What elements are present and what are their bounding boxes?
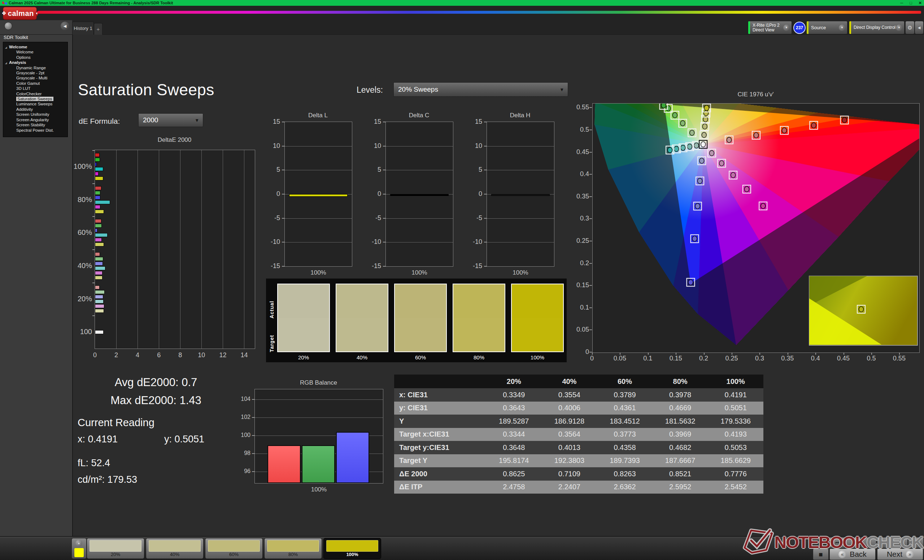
- palette-expand-button[interactable]: ▲: [72, 538, 87, 559]
- table-row-label: Target y:CIE31: [394, 443, 486, 452]
- sidebar-item-saturation-sweeps[interactable]: Saturation Sweeps: [3, 96, 68, 101]
- sidebar-item-screen-angularity[interactable]: Screen Angularity: [3, 117, 68, 122]
- meter-status-bar: [748, 21, 750, 34]
- de-formula-label: dE Formula:: [79, 117, 120, 126]
- axis-tick: [252, 435, 255, 436]
- sidebar-item-luminance-sweeps[interactable]: Luminance Sweeps: [3, 101, 68, 106]
- sidebar-item-grayscale-2pt[interactable]: Grayscale - 2pt: [3, 70, 68, 75]
- measured-dot: [690, 130, 694, 136]
- sidebar-item-colorchecker[interactable]: ColorChecker: [3, 91, 68, 96]
- rgb-balance-title: RGB Balance: [255, 379, 382, 386]
- sidebar-item-label: Screen Stability: [16, 123, 45, 127]
- gridline: [386, 170, 453, 170]
- x-tick-label: 0.2: [697, 355, 711, 362]
- table-row-label: Y: [394, 417, 486, 425]
- sidebar-collapse-button[interactable]: ◀: [61, 22, 69, 30]
- panel-collapse-button[interactable]: ◀: [915, 21, 924, 34]
- table-cell: 0.8263: [597, 470, 652, 478]
- reading-y: y: 0.5051: [164, 434, 204, 445]
- axis-tick: [815, 352, 816, 355]
- sidebar-item-welcome[interactable]: ◢Welcome: [3, 44, 68, 49]
- measured-dot: [812, 123, 816, 128]
- gridline: [487, 146, 554, 147]
- deltae-group-label: 80%: [70, 196, 92, 204]
- calman-menu-button[interactable]: ❖ calman ▼: [3, 7, 37, 20]
- sidebar-item-dynamic-range[interactable]: Dynamic Range: [3, 65, 68, 70]
- axis-tick: [590, 196, 592, 197]
- maximize-button[interactable]: □: [910, 1, 912, 5]
- tab-history-1[interactable]: History 1: [72, 22, 94, 34]
- measured-dot: [727, 137, 732, 142]
- measured-dot: [761, 203, 765, 208]
- sidebar-item-analysis[interactable]: ◢Analysis: [3, 60, 68, 65]
- sidebar-item-options[interactable]: Options: [3, 55, 68, 60]
- deltae-bar: [95, 309, 104, 313]
- pattern-button-60%[interactable]: 60%: [205, 538, 263, 559]
- stop-button[interactable]: ◼: [813, 548, 829, 560]
- media-button-2[interactable]: ▶: [861, 537, 876, 548]
- avg-de2000: Avg dE2000: 0.7: [73, 376, 239, 389]
- gear-icon: ⚙: [908, 24, 912, 31]
- de-formula-dropdown[interactable]: 2000 ▼: [138, 113, 203, 127]
- meter-dropdown-label: X-Rite i1Pro 2Direct View: [753, 23, 780, 33]
- sidebar-item-spectral-power-dist-[interactable]: Spectral Power Dist.: [3, 128, 68, 133]
- pattern-button-100%[interactable]: 100%: [323, 538, 381, 559]
- settings-button[interactable]: ⚙: [905, 21, 915, 34]
- pattern-button-20%[interactable]: 20%: [87, 538, 144, 559]
- y-tick-label: 15: [366, 118, 381, 126]
- pattern-button-40%[interactable]: 40%: [146, 538, 204, 559]
- table-cell: 2.5452: [708, 483, 764, 491]
- pattern-chip: [149, 540, 201, 552]
- sidebar-item-additivity[interactable]: Additivity: [3, 107, 68, 112]
- source-dropdown[interactable]: Source ▼: [806, 21, 848, 34]
- table-header-row: 20%40%60%80%100%: [394, 374, 764, 388]
- gridline: [244, 150, 244, 349]
- tab-add-button[interactable]: +: [94, 23, 102, 34]
- levels-dropdown[interactable]: 20% Sweeps ▼: [393, 82, 568, 97]
- x-tick-label: 14: [238, 352, 249, 359]
- x-tick-label: 2: [111, 352, 122, 359]
- cie-title: CIE 1976 u'v': [592, 91, 919, 98]
- table-cell: 0.5053: [708, 443, 764, 452]
- sidebar-item-screen-uniformity[interactable]: Screen Uniformity: [3, 112, 68, 117]
- sidebar-item-color-gamut[interactable]: Color Gamut: [3, 81, 68, 86]
- close-button[interactable]: ✕: [919, 1, 922, 5]
- y-tick-label: 10: [265, 142, 280, 150]
- deltae-bar: [95, 257, 103, 261]
- gridline: [285, 146, 352, 147]
- next-button[interactable]: Next »: [877, 548, 923, 560]
- media-button-3[interactable]: ⏭: [877, 537, 892, 548]
- x-tick-label: 0.4: [808, 355, 823, 362]
- display-control-dropdown[interactable]: Direct Display Control ▼: [849, 21, 904, 34]
- media-button-0[interactable]: ⏮: [830, 537, 845, 548]
- sidebar-item-grayscale-multi[interactable]: Grayscale - Multi: [3, 75, 68, 81]
- meter-count-badge[interactable]: 237: [794, 22, 806, 34]
- media-button-4[interactable]: ⏺: [892, 537, 908, 548]
- sidebar-item-label: Welcome: [9, 45, 27, 49]
- y-tick-label: 102: [237, 414, 250, 420]
- delta-h-title: Delta H: [486, 112, 554, 119]
- pattern-button-80%[interactable]: 80%: [264, 538, 322, 559]
- meter-dropdown[interactable]: X-Rite i1Pro 2Direct View ▼: [748, 21, 792, 34]
- header-row: ◀ History 1 + X-Rite i1Pro 2Direct View …: [0, 20, 924, 34]
- x-tick-label: 0.3: [752, 355, 766, 362]
- axis-tick: [383, 121, 386, 122]
- axis-tick: [383, 242, 386, 243]
- de-formula-value: 2000: [143, 116, 158, 124]
- sidebar-item-welcome[interactable]: Welcome: [3, 49, 68, 54]
- actual-label: Actual: [269, 301, 274, 319]
- media-button-1[interactable]: ⏸: [845, 537, 861, 548]
- table-row: Target Y195.8174192.3803189.7393187.6667…: [394, 454, 764, 468]
- sidebar-item-label: Dynamic Range: [16, 66, 46, 70]
- y-tick-label: -15: [467, 262, 482, 270]
- sidebar-item-screen-stability[interactable]: Screen Stability: [3, 122, 68, 127]
- display-dropdown-label: Direct Display Control: [854, 25, 896, 30]
- back-button[interactable]: « Back: [830, 548, 876, 560]
- measured-dot: [681, 145, 686, 150]
- gridline: [285, 218, 352, 219]
- deltae-bar: [95, 243, 104, 246]
- media-button-5[interactable]: ⚙: [908, 537, 924, 548]
- panel-orb-button[interactable]: [4, 22, 12, 30]
- minimize-button[interactable]: ─: [900, 1, 903, 5]
- sidebar-item-3d-lut[interactable]: 3D LUT: [3, 86, 68, 91]
